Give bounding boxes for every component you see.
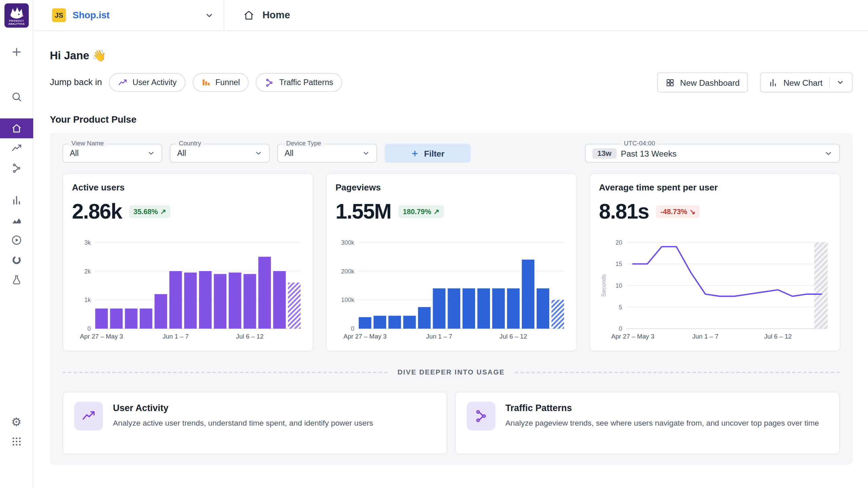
traffic-patterns-card[interactable]: Traffic Patterns Analyze pageview trends… [455,392,840,454]
svg-text:Jul 6 – 12: Jul 6 – 12 [764,333,792,340]
pill-label: Traffic Patterns [279,78,333,87]
project-selector[interactable]: JS Shop.ist [33,0,224,30]
metric-value: 8.81s [599,200,649,223]
paths-icon [11,163,22,174]
icon-tile [467,402,495,430]
pageviews-chart[interactable]: 0100k200k300kApr 27 – May 3Jun 1 – 7Jul … [335,236,567,342]
viewport: PRODUCT ANALYTICS [0,0,868,488]
avg-time-chart[interactable]: 05101520SecondsApr 27 – May 3Jun 1 – 7Ju… [599,236,831,342]
page-title: Home [262,9,290,21]
trend-line-icon [11,143,22,154]
svg-text:2k: 2k [84,268,91,275]
sidebar-item-segments[interactable] [0,250,33,270]
settings-button[interactable]: ⚙ [0,412,33,432]
svg-text:100k: 100k [341,297,354,303]
user-activity-card[interactable]: User Activity Analyze active user trends… [62,392,447,454]
svg-text:10: 10 [615,282,622,289]
sidebar-item-experiments[interactable] [0,270,33,290]
breadcrumb[interactable]: Home [224,0,290,30]
svg-text:Apr 27 – May 3: Apr 27 – May 3 [611,333,654,340]
pill-traffic-patterns[interactable]: Traffic Patterns [256,73,342,92]
filter-row: View Name All Country All Device Type Al… [62,144,840,163]
product-analytics-logo[interactable]: PRODUCT ANALYTICS [4,3,28,28]
add-filter-button[interactable]: Filter [385,144,471,163]
trend-arrow-icon: ↗ [160,207,166,216]
usage-divider: DIVE DEEPER INTO USAGE [62,368,840,376]
topbar: JS Shop.ist Home [33,0,868,31]
sidebar-item-trends[interactable] [0,138,33,158]
project-badge: JS [52,8,66,22]
metric-value: 2.86k [72,200,122,223]
product-pulse-panel: View Name All Country All Device Type Al… [50,133,852,465]
jump-back-row: Jump back in User Activity Funnel Traffi… [50,73,852,93]
device-type-select[interactable]: Device Type All [277,144,377,163]
select-value: All [284,149,293,158]
svg-text:Jul 6 – 12: Jul 6 – 12 [236,333,263,340]
deep-card-description: Analyze pageview trends, see where users… [506,417,819,429]
deep-card-title: Traffic Patterns [506,403,819,413]
pill-user-activity[interactable]: User Activity [109,73,185,92]
avg-time-card: Average time spent per user 8.81s -48.73… [590,173,841,351]
metric-title: Active users [72,183,304,192]
jump-back-label: Jump back in [50,78,102,87]
search-icon [11,91,22,102]
chevron-down-icon [205,11,214,20]
pill-label: Funnel [215,78,240,87]
view-name-select[interactable]: View Name All [62,144,162,163]
chart-bars-icon [768,78,778,87]
pill-label: User Activity [133,78,177,87]
plus-icon [411,149,419,157]
chevron-down-icon [824,149,832,157]
select-label: Device Type [283,140,324,147]
time-range-select[interactable]: UTC-04:00 13w Past 13 Weeks [585,144,840,163]
svg-text:0: 0 [87,325,91,332]
line-chart-icon [118,78,127,87]
svg-text:0: 0 [351,325,354,332]
delta-badge: -48.73% ↘ [656,205,700,218]
play-circle-icon [11,235,22,246]
section-title-product-pulse: Your Product Pulse [50,115,852,126]
svg-text:Jun 1 – 7: Jun 1 – 7 [162,333,189,340]
delta-value: 35.68% [134,207,158,216]
greeting: Hi Jane 👋 [50,49,852,62]
icon-tile [74,402,103,430]
bar-chart-icon [11,195,22,206]
trend-arrow-icon: ↗ [433,207,439,216]
gear-icon: ⚙ [11,416,22,427]
metric-title: Average time spent per user [599,183,831,192]
delta-badge: 180.79% ↗ [398,205,444,218]
logo-text-line1: PRODUCT [9,19,24,22]
divider-dash [62,372,388,373]
select-label: Country [176,140,204,147]
delta-badge: 35.68% ↗ [129,205,171,218]
active-users-card: Active users 2.86k 35.68% ↗ 01k2k3kApr 2… [62,173,313,351]
new-item-button[interactable] [0,42,33,62]
sidebar-item-area-charts[interactable] [0,210,33,230]
svg-text:300k: 300k [341,239,354,246]
svg-text:15: 15 [615,261,622,267]
new-dashboard-button[interactable]: New Dashboard [657,73,748,93]
new-chart-button[interactable]: New Chart [760,73,852,93]
home-icon [243,9,255,21]
active-users-chart[interactable]: 01k2k3kApr 27 – May 3Jun 1 – 7Jul 6 – 12 [72,236,304,342]
new-chart-label: New Chart [783,78,823,87]
sidebar-item-paths[interactable] [0,158,33,178]
svg-text:Apr 27 – May 3: Apr 27 – May 3 [343,333,387,340]
pageviews-card: Pageviews 1.55M 180.79% ↗ 0100k200k300kA… [326,173,577,351]
svg-text:5: 5 [619,304,622,311]
country-select[interactable]: Country All [170,144,270,163]
sidebar-item-session-replay[interactable] [0,230,33,250]
sidebar-item-bar-charts[interactable] [0,190,33,210]
donut-chart-icon [11,255,22,266]
divider-label: DIVE DEEPER INTO USAGE [398,368,505,376]
svg-text:Jul 6 – 12: Jul 6 – 12 [499,333,527,340]
chevron-down-icon [255,149,262,157]
search-button[interactable] [0,87,33,107]
sidebar-item-home[interactable] [0,118,33,138]
apps-grid-button[interactable] [0,431,33,451]
pill-funnel[interactable]: Funnel [193,73,249,92]
select-label: View Name [68,140,106,147]
metric-title: Pageviews [335,183,567,192]
chevron-down-icon [362,149,370,157]
metric-value: 1.55M [335,200,391,223]
